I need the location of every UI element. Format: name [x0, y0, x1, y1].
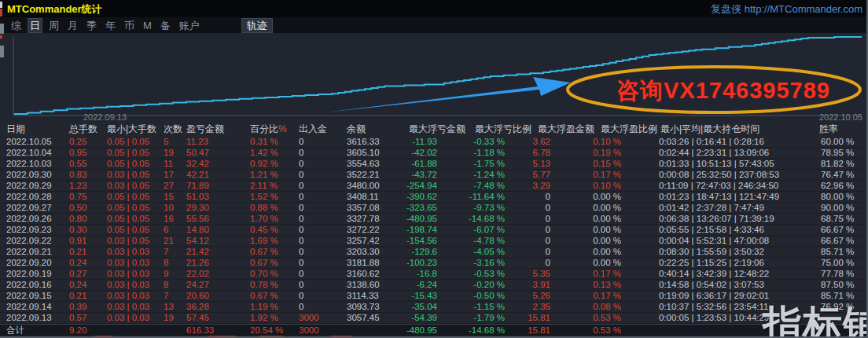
- cell-mddp: -14.68 %: [442, 214, 506, 224]
- cell-mfpp: 0.00 %: [552, 258, 624, 268]
- cell-pct: 0.92 %: [233, 159, 281, 169]
- cell-date: 2022.09.22: [0, 236, 63, 246]
- column-header-10: 最大浮亏比例: [470, 123, 533, 136]
- menu-item-4[interactable]: 季: [85, 19, 98, 32]
- cell-dep: 0: [281, 181, 318, 191]
- cell-mfp: 0: [506, 192, 552, 202]
- table-row[interactable]: 2022.10.040.950.05 | 0.051950.471.42 %03…: [0, 148, 868, 159]
- cell-mddp: -4.78 %: [442, 236, 506, 246]
- table-row[interactable]: 2022.09.270.500.05 | 0.051029.300.88 %03…: [0, 203, 868, 214]
- menu-item-7[interactable]: M: [142, 19, 153, 32]
- table-row[interactable]: 2022.09.130.570.03 | 0.031957.451.92 %30…: [0, 313, 868, 324]
- window-title: MTCommander统计: [7, 2, 102, 17]
- cell-mdd: -42.02: [384, 148, 442, 158]
- cell-minmax: 0.03 | 0.05: [101, 181, 159, 191]
- table-row[interactable]: 2022.09.230.300.05 | 0.05614.800.45 %032…: [0, 225, 868, 236]
- menu-item-2[interactable]: 周: [47, 19, 61, 32]
- cell-win: 87.50 %: [821, 280, 868, 290]
- annotation-text: 咨询VX1746395789: [591, 75, 855, 107]
- cell-mddp: -11.64 %: [442, 192, 506, 202]
- cell-lots: 0.25: [63, 137, 101, 147]
- cell-mfpp: 0.53 %: [552, 313, 624, 323]
- cell-win: 66.67 %: [821, 236, 868, 246]
- table-row[interactable]: 2022.09.190.270.03 | 0.03922.020.70 %031…: [0, 269, 868, 280]
- edge-mark: [0, 24, 4, 34]
- cell-count: 19: [159, 313, 184, 323]
- cell-mdd: -15.43: [384, 291, 442, 301]
- cell-bal: 3616.33: [318, 137, 384, 147]
- cell-mfp: 0: [506, 214, 552, 224]
- column-header-11: 最大浮盈金额: [533, 123, 596, 136]
- cell-dep: 0: [281, 291, 318, 301]
- column-header-12: 最大浮盈比例: [596, 123, 660, 136]
- cell-lots: 0.27: [63, 269, 101, 279]
- cell-mfpp: 0.00 %: [552, 203, 624, 213]
- column-header-3: 最小|大手数: [101, 123, 159, 136]
- cell-pnl: 11.23: [184, 137, 233, 147]
- chart-end-date-label: 2022.10.05: [819, 112, 862, 121]
- cell-pct: 0.67 %: [233, 258, 281, 268]
- menu-item-8[interactable]: 备: [159, 19, 172, 32]
- cell-mfp: 5.77: [506, 170, 552, 180]
- cell-pct: 1.52 %: [233, 192, 281, 202]
- table-row[interactable]: 2022.09.220.910.03 | 0.052154.121.69 %03…: [0, 236, 868, 247]
- table-row[interactable]: 2022.09.291.230.03 | 0.052771.892.11 %03…: [0, 181, 868, 192]
- cell-lots: 0.30: [63, 225, 101, 235]
- cell-dep: 3000: [281, 325, 318, 336]
- cell-time: 0:01:23 | 18:47:13 | 121:47:49: [624, 192, 821, 202]
- table-row[interactable]: 2022.10.030.550.05 | 0.051132.420.92 %03…: [0, 159, 868, 170]
- column-header-7: 出入金: [281, 123, 318, 136]
- cell-mfpp: 0.00 %: [552, 247, 624, 257]
- menu-item-5[interactable]: 年: [104, 19, 117, 32]
- cell-bal: 3057.45: [318, 313, 384, 323]
- cell-mddp: -0.20 %: [442, 280, 506, 290]
- cell-mddp: -1.79 %: [442, 313, 506, 323]
- cell-minmax: 0.05 | 0.05: [101, 225, 159, 235]
- cell-count: 17: [159, 170, 184, 180]
- table-row[interactable]: 2022.09.260.800.05 | 0.051655.561.70 %03…: [0, 214, 868, 225]
- cell-dep: 0: [281, 170, 318, 180]
- table-row[interactable]: 2022.10.050.250.05 | 0.05511.230.31 %036…: [0, 137, 868, 148]
- cell-mfpp: 0.17 %: [552, 291, 624, 301]
- table-row[interactable]: 2022.09.150.210.03 | 0.03720.600.67 %031…: [0, 291, 868, 302]
- cell-count: 9: [159, 269, 184, 279]
- cell-mddp: -6.07 %: [442, 225, 506, 235]
- cell-lots: 0.75: [63, 192, 101, 202]
- cell-pct: 2.11 %: [233, 181, 281, 191]
- cell-mfpp: 0.17 %: [552, 269, 624, 279]
- table-row[interactable]: 2022.09.300.830.03 | 0.051742.211.21 %03…: [0, 170, 868, 181]
- menu-item-6[interactable]: 币: [123, 19, 136, 32]
- menu-item-9[interactable]: 账户: [178, 19, 201, 32]
- cell-mddp: -0.33 %: [442, 137, 506, 147]
- cell-mddp: -0.50 %: [442, 291, 506, 301]
- cell-time: 0:05:55 | 2:15:58 | 4:33:46: [624, 225, 821, 235]
- cell-mfpp: 0.00 %: [552, 225, 624, 235]
- cell-win: 60.00 %: [821, 137, 868, 147]
- cell-date: 2022.09.29: [0, 181, 63, 191]
- cell-date: 2022.09.27: [0, 203, 63, 213]
- chart-start-date-label: 2022.09.13: [83, 112, 127, 121]
- cell-pct: 0.67 %: [233, 247, 281, 257]
- cell-mddp: -1.15 %: [442, 302, 506, 312]
- table-row[interactable]: 2022.09.280.750.05 | 0.051551.031.52 %03…: [0, 192, 868, 203]
- table-row[interactable]: 2022.09.140.390.03 | 0.031336.281.19 %03…: [0, 302, 868, 313]
- cell-mfp: 3.29: [506, 181, 552, 191]
- cell-win: 90.00 %: [821, 203, 868, 213]
- cell-date: 2022.09.30: [0, 170, 63, 180]
- cell-dep: 0: [281, 236, 318, 246]
- table-row[interactable]: 2022.09.200.240.03 | 0.03821.260.67 %031…: [0, 258, 868, 269]
- cell-pct: 0.78 %: [233, 280, 281, 290]
- table-row[interactable]: 2022.09.160.240.03 | 0.03824.270.78 %031…: [0, 280, 868, 291]
- cell-mdd: -16.8: [384, 269, 442, 279]
- table-row[interactable]: 2022.09.210.210.03 | 0.03721.420.67 %032…: [0, 247, 868, 258]
- menu-item-3[interactable]: 月: [66, 19, 79, 32]
- cell-win: 81.82 %: [821, 159, 868, 169]
- track-button[interactable]: 轨迹: [242, 19, 272, 32]
- cell-count: 19: [159, 148, 184, 158]
- cell-pct: 1.70 %: [233, 214, 281, 224]
- cell-dep: 0: [281, 192, 318, 202]
- menu-item-1[interactable]: 日: [28, 19, 42, 32]
- table-header-row: 日期总手数最小|大手数次数盈亏金额百分比%出入金余额最大浮亏金额最大浮亏比例最大…: [0, 121, 868, 137]
- menu-item-0[interactable]: 综: [9, 19, 23, 32]
- cell-date: 2022.09.19: [0, 269, 63, 279]
